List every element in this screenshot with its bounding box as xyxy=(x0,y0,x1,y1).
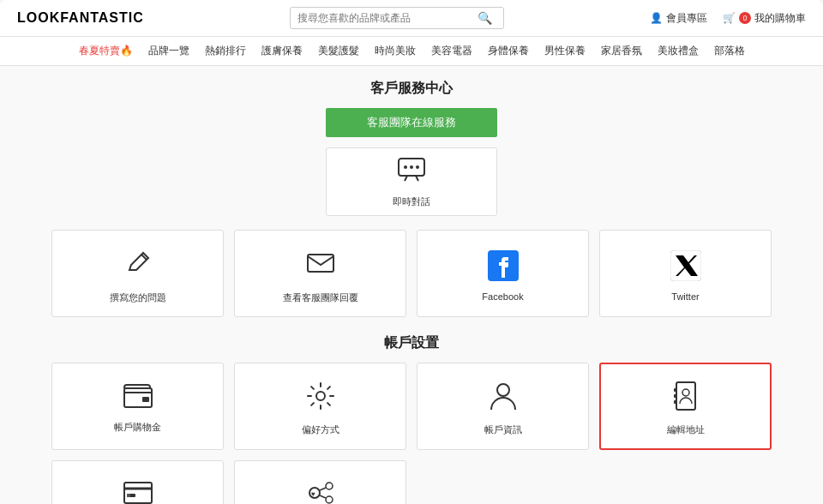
svg-rect-13 xyxy=(674,394,677,398)
svg-rect-12 xyxy=(674,388,677,392)
mail-icon xyxy=(305,248,336,285)
nav-item-haircare[interactable]: 美髮護髮 xyxy=(318,44,359,58)
account-grid-row1: 帳戶購物金 偏好方式 xyxy=(51,363,772,450)
user-icon: 👤 xyxy=(650,12,663,24)
creditcard-icon xyxy=(123,482,153,504)
profile-label: 帳戶資訊 xyxy=(484,423,522,436)
account-grid-row2: 管理付款方式 ♥ 社交媒體連結 xyxy=(51,460,772,504)
nav-item-skincare[interactable]: 護膚保養 xyxy=(261,44,303,58)
write-question-card[interactable]: 撰寫您的問題 xyxy=(51,230,224,317)
svg-point-3 xyxy=(416,165,419,169)
cart-link[interactable]: 🛒 0 我的購物車 xyxy=(723,11,806,26)
header-right: 👤 會員專區 🛒 0 我的購物車 xyxy=(650,11,806,26)
account-section-title: 帳戶設置 xyxy=(51,334,772,352)
search-input[interactable] xyxy=(297,12,478,24)
svg-rect-18 xyxy=(127,494,130,497)
nav-item-bodycare[interactable]: 身體保養 xyxy=(488,44,529,58)
cart-icon: 🛒 xyxy=(723,12,736,24)
profile-card[interactable]: 帳戶資訊 xyxy=(417,363,589,450)
chat-icon xyxy=(396,155,427,192)
nav-item-brands[interactable]: 品牌一覽 xyxy=(148,44,189,58)
chat-card[interactable]: 即時對話 xyxy=(326,147,497,216)
nav-item-trending[interactable]: 熱銷排行 xyxy=(205,44,246,58)
contacts-icon xyxy=(673,381,699,417)
header: LOOKFANTASTIC 🔍 👤 會員專區 🛒 0 我的購物車 xyxy=(0,0,823,37)
social-link-card[interactable]: ♥ 社交媒體連結 xyxy=(234,460,406,504)
twitter-label: Twitter xyxy=(671,291,699,302)
facebook-card[interactable]: Facebook xyxy=(417,230,589,317)
online-service-button[interactable]: 客服團隊在線服務 xyxy=(326,108,497,137)
svg-rect-16 xyxy=(124,483,152,503)
svg-point-2 xyxy=(410,165,413,169)
nav-item-beauty-devices[interactable]: 美容電器 xyxy=(431,44,472,58)
preferences-card[interactable]: 偏好方式 xyxy=(234,363,406,450)
nav-item-gifts[interactable]: 美妝禮盒 xyxy=(658,44,699,58)
svg-point-20 xyxy=(326,483,333,489)
empty-slot-2 xyxy=(599,460,772,504)
edit-icon xyxy=(123,248,153,285)
twitter-icon xyxy=(670,250,701,291)
logo: LOOKFANTASTIC xyxy=(17,10,144,26)
svg-point-10 xyxy=(497,384,509,396)
nav-item-mens[interactable]: 男性保養 xyxy=(544,44,586,58)
facebook-label: Facebook xyxy=(482,291,523,302)
svg-text:♥: ♥ xyxy=(311,490,315,498)
svg-rect-14 xyxy=(674,400,677,404)
service-cards-grid: 撰寫您的問題 查看客服團隊回覆 xyxy=(51,230,772,317)
wallet-icon xyxy=(123,384,153,414)
svg-rect-4 xyxy=(308,255,333,272)
facebook-icon xyxy=(488,250,519,291)
payment-card[interactable]: 管理付款方式 xyxy=(51,460,224,504)
view-replies-label: 查看客服團隊回覆 xyxy=(283,291,358,304)
svg-rect-8 xyxy=(142,397,149,402)
svg-point-9 xyxy=(316,392,325,400)
twitter-card[interactable]: Twitter xyxy=(599,230,772,317)
nav-item-makeup[interactable]: 時尚美妝 xyxy=(375,44,416,58)
wallet-label: 帳戶購物金 xyxy=(114,421,161,434)
main-nav: 春夏特賣🔥 品牌一覽 熱銷排行 護膚保養 美髮護髮 時尚美妝 美容電器 身體保養… xyxy=(0,37,823,66)
search-icon[interactable]: 🔍 xyxy=(478,11,492,25)
svg-point-21 xyxy=(326,496,333,503)
main-content: 客戶服務中心 客服團隊在線服務 即時對話 xyxy=(0,66,823,504)
nav-item-sale[interactable]: 春夏特賣🔥 xyxy=(79,44,133,58)
write-question-label: 撰寫您的問題 xyxy=(110,291,166,304)
member-link[interactable]: 👤 會員專區 xyxy=(650,11,707,26)
address-label: 編輯地址 xyxy=(667,423,705,436)
chat-label: 即時對話 xyxy=(393,195,430,208)
wallet-card[interactable]: 帳戶購物金 xyxy=(51,363,224,450)
search-bar[interactable]: 🔍 xyxy=(290,7,504,29)
person-icon xyxy=(490,381,516,417)
empty-slot-1 xyxy=(417,460,589,504)
account-settings-section: 帳戶設置 帳戶購物金 xyxy=(51,334,772,504)
preferences-label: 偏好方式 xyxy=(302,423,339,436)
svg-point-1 xyxy=(404,165,407,169)
nav-item-blog[interactable]: 部落格 xyxy=(714,44,745,58)
svg-point-15 xyxy=(682,389,689,396)
cs-section-title: 客戶服務中心 xyxy=(51,80,772,98)
address-card[interactable]: 編輯地址 xyxy=(599,363,772,450)
nav-item-fragrance[interactable]: 家居香氛 xyxy=(601,44,642,58)
view-replies-card[interactable]: 查看客服團隊回覆 xyxy=(234,230,406,317)
cart-badge: 0 xyxy=(739,12,751,24)
settings-icon xyxy=(306,381,335,417)
sociallink-icon: ♥ xyxy=(306,478,335,504)
